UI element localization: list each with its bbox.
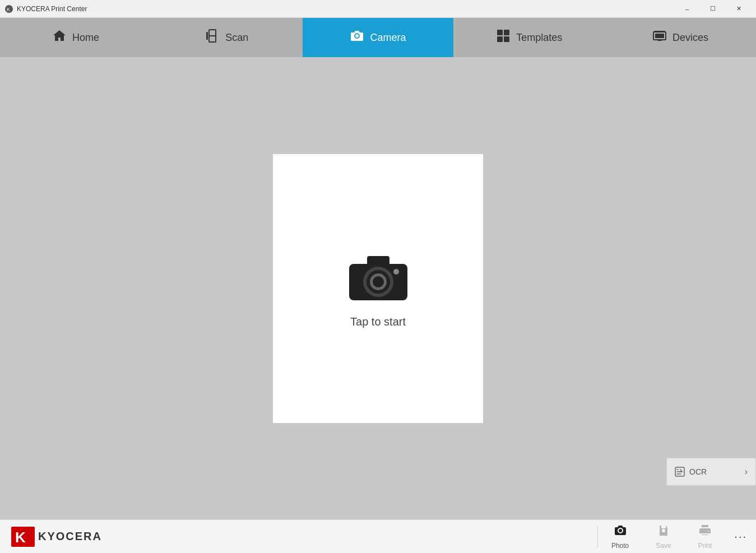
scan-icon: [205, 29, 220, 47]
more-icon: ···: [734, 530, 747, 543]
templates-icon: [496, 29, 511, 47]
ocr-panel[interactable]: OCR ›: [666, 458, 756, 486]
nav-label-templates: Templates: [516, 32, 562, 44]
devices-icon: [652, 29, 667, 47]
ocr-label: OCR: [689, 467, 707, 476]
kyocera-logo: K KYOCERA: [11, 527, 102, 547]
nav-bar: Home Scan Camera: [0, 18, 756, 57]
print-icon: [698, 524, 712, 541]
nav-item-home[interactable]: Home: [0, 18, 151, 57]
kyocera-text: KYOCERA: [38, 530, 102, 543]
ocr-chevron-icon: ›: [745, 467, 748, 477]
svg-rect-14: [367, 256, 389, 267]
save-button[interactable]: Save: [642, 520, 684, 553]
nav-label-scan: Scan: [225, 32, 248, 44]
photo-icon: [614, 524, 627, 541]
print-label: Print: [698, 542, 712, 550]
home-icon: [52, 29, 67, 47]
bottom-actions: Photo Save Print ···: [598, 520, 756, 553]
more-button[interactable]: ···: [725, 520, 756, 553]
photo-button[interactable]: Photo: [598, 520, 642, 553]
camera-big-icon: [345, 248, 412, 304]
close-button[interactable]: ✕: [726, 0, 752, 18]
ocr-panel-left: OCR: [675, 467, 707, 477]
nav-label-devices: Devices: [672, 32, 708, 44]
svg-rect-10: [655, 34, 664, 38]
main-content: Tap to start OCR ›: [0, 57, 756, 519]
svg-rect-5: [497, 30, 503, 35]
tap-to-start-label: Tap to start: [350, 315, 406, 328]
maximize-button[interactable]: ☐: [700, 0, 726, 18]
save-label: Save: [656, 542, 671, 550]
nav-label-home: Home: [72, 32, 99, 44]
svg-rect-7: [497, 36, 503, 42]
svg-rect-11: [657, 40, 662, 41]
nav-item-scan[interactable]: Scan: [151, 18, 303, 57]
ocr-icon: [675, 467, 685, 477]
nav-item-templates[interactable]: Templates: [453, 18, 605, 57]
camera-nav-icon: [350, 29, 364, 47]
save-icon: [657, 524, 670, 541]
minimize-button[interactable]: –: [674, 0, 700, 18]
photo-label: Photo: [611, 542, 629, 550]
print-button[interactable]: Print: [685, 520, 726, 553]
title-bar-left: K KYOCERA Print Center: [4, 4, 87, 13]
app-icon: K: [4, 4, 13, 13]
nav-label-camera: Camera: [370, 32, 406, 44]
svg-rect-8: [504, 36, 509, 42]
nav-item-devices[interactable]: Devices: [605, 18, 756, 57]
svg-rect-12: [654, 31, 665, 32]
kyocera-emblem: K: [11, 527, 35, 547]
svg-point-18: [373, 276, 384, 287]
camera-preview[interactable]: Tap to start: [273, 154, 483, 423]
window-controls: – ☐ ✕: [674, 0, 752, 18]
svg-text:K: K: [7, 7, 10, 12]
title-bar: K KYOCERA Print Center – ☐ ✕: [0, 0, 756, 18]
svg-rect-2: [206, 32, 208, 40]
app-title: KYOCERA Print Center: [17, 5, 87, 13]
nav-item-camera[interactable]: Camera: [303, 18, 454, 57]
bottom-logo: K KYOCERA: [0, 527, 113, 547]
bottom-bar: K KYOCERA Photo Save: [0, 519, 756, 553]
svg-rect-6: [504, 30, 509, 35]
svg-point-19: [393, 269, 399, 275]
svg-text:K: K: [15, 529, 26, 546]
